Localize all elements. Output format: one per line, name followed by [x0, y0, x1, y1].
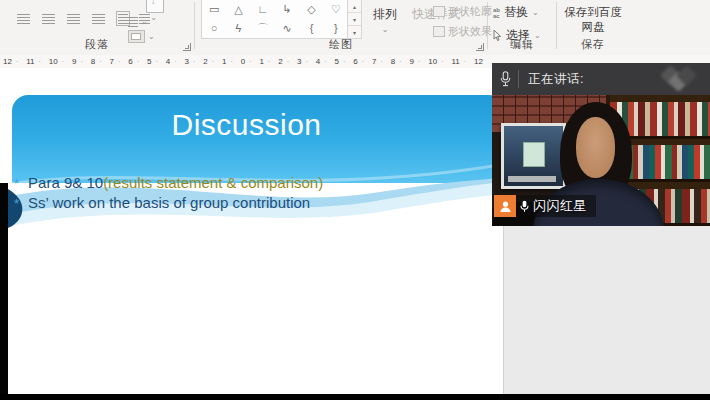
- gallery-scroll-down-button[interactable]: ▾: [348, 12, 361, 25]
- bullet-asterisk-icon: *: [14, 176, 19, 191]
- chevron-down-icon: ⌄: [532, 8, 539, 17]
- shape-item[interactable]: ϟ: [226, 19, 250, 38]
- meeting-app-watermark-logo: [663, 68, 694, 89]
- ribbon-empty-space: [629, 0, 710, 55]
- speaking-header: 正在讲话:: [492, 63, 710, 95]
- save-group-label: 保存: [557, 37, 629, 52]
- ruler-number: 7: [372, 57, 383, 66]
- ruler-number: 10: [428, 57, 443, 66]
- ruler-number: 4: [316, 57, 327, 66]
- participant-badge: [494, 195, 516, 217]
- ruler-number: 5: [335, 57, 346, 66]
- shape-item[interactable]: ↳: [275, 0, 299, 19]
- shape-item[interactable]: ♡: [324, 0, 348, 19]
- shape-item[interactable]: ○: [202, 19, 226, 38]
- ruler-number: 5: [147, 57, 158, 66]
- save-to-baidu-button[interactable]: 保存到百度网盘: [564, 5, 622, 35]
- bullet-highlight-text: (results statement & comparison): [103, 174, 323, 191]
- ribbon-group-save: 保存到百度网盘 保存: [557, 0, 629, 55]
- bullet-text: Para 9& 10: [28, 174, 103, 191]
- microphone-icon: [520, 200, 529, 213]
- picture-frame: [501, 123, 566, 189]
- ruler-number: 11: [451, 57, 466, 66]
- shape-outline-icon: [433, 6, 445, 17]
- shape-item[interactable]: ∟: [251, 0, 275, 19]
- slide-title[interactable]: Discussion: [0, 108, 493, 142]
- shape-item[interactable]: }: [324, 19, 348, 38]
- shape-item[interactable]: ⌒: [251, 19, 275, 38]
- ruler-number: 2: [203, 57, 214, 66]
- ruler-number: 9: [72, 57, 83, 66]
- shape-effects-icon: [433, 26, 445, 37]
- editing-group-label: 编辑: [488, 37, 556, 52]
- slide-bullet-item[interactable]: * Para 9& 10 (results statement & compar…: [14, 174, 323, 191]
- replace-button[interactable]: abac 替换 ⌄: [493, 4, 541, 21]
- align-center-button[interactable]: [39, 9, 57, 27]
- ruler-number: 8: [91, 57, 102, 66]
- paragraph-group-label: 段落: [0, 37, 194, 52]
- header-separator: [518, 70, 519, 88]
- shapes-gallery[interactable]: ▭△∟↳◇♡○ϟ⌒∿{}: [201, 0, 349, 39]
- shape-item[interactable]: ▭: [202, 0, 226, 19]
- participant-name: 闪闪红星: [533, 197, 587, 215]
- align-left-button[interactable]: [14, 9, 32, 27]
- participant-video[interactable]: 闪闪红星: [492, 95, 710, 226]
- shape-item[interactable]: ∿: [275, 19, 299, 38]
- ruler-number: 3: [185, 57, 196, 66]
- chevron-down-icon: ⌄: [141, 18, 148, 26]
- bullet-asterisk-icon: *: [14, 196, 19, 211]
- gallery-scroll-buttons: ▴ ▾ ▾: [347, 0, 362, 39]
- ruler-number: 6: [353, 57, 364, 66]
- shape-item[interactable]: ◇: [299, 0, 323, 19]
- shape-outline-button[interactable]: 形状轮廓: [433, 4, 489, 19]
- video-call-panel: 正在讲话: 闪闪红星: [492, 63, 710, 226]
- justify-button[interactable]: [89, 9, 107, 27]
- align-text-button[interactable]: ⌄: [128, 16, 148, 27]
- left-black-border: [0, 183, 8, 394]
- ruler-number: 12: [3, 57, 18, 66]
- ruler-number: 9: [410, 57, 421, 66]
- ruler-number: 6: [128, 57, 139, 66]
- ruler-number: 11: [26, 57, 41, 66]
- slide-bullet-list[interactable]: * Para 9& 10 (results statement & compar…: [14, 174, 323, 211]
- ruler-number: 1: [260, 57, 271, 66]
- align-right-button[interactable]: [64, 9, 82, 27]
- ruler-number: 4: [166, 57, 177, 66]
- participant-nametag: 闪闪红星: [494, 195, 596, 217]
- gallery-scroll-up-button[interactable]: ▴: [348, 0, 361, 12]
- ribbon-group-editing: abac 替换 ⌄ 选择 ⌄ 编辑: [488, 0, 556, 55]
- ribbon-toolbar: ⌄ ⌄ ⌄ 段落 ▭△∟↳◇♡○ϟ⌒∿{} ▴ ▾ ▾ 排列 ⌄ 快速样式 ⌄ …: [0, 0, 710, 56]
- ruler-number: 0: [241, 57, 252, 66]
- ribbon-group-drawing: ▭△∟↳◇♡○ϟ⌒∿{} ▴ ▾ ▾ 排列 ⌄ 快速样式 ⌄ 形状轮廓 形状效果…: [195, 0, 487, 55]
- ruler-number: 10: [49, 57, 64, 66]
- dialog-launcher-icon[interactable]: [476, 43, 484, 51]
- arrange-button[interactable]: 排列 ⌄: [365, 6, 405, 36]
- ruler-number: 7: [110, 57, 121, 66]
- ruler-number: 1: [222, 57, 233, 66]
- slide-canvas[interactable]: Discussion * Para 9& 10 (results stateme…: [0, 68, 505, 394]
- chevron-down-icon: ⌄: [365, 25, 405, 36]
- align-text-icon: [128, 16, 138, 27]
- ruler-numbers: 1211109876543210123456789101112: [0, 55, 486, 68]
- bottom-black-border: [0, 394, 710, 400]
- shape-item[interactable]: △: [226, 0, 250, 19]
- participant-face: [576, 117, 615, 177]
- ruler-number: 3: [297, 57, 308, 66]
- slide-bullet-item[interactable]: * Ss’ work on the basis of group contrib…: [14, 194, 323, 211]
- replace-icon: abac: [493, 7, 500, 19]
- speaking-label: 正在讲话:: [528, 71, 584, 88]
- ruler-number: 8: [391, 57, 402, 66]
- dialog-launcher-icon[interactable]: [183, 43, 191, 51]
- ribbon-group-paragraph: ⌄ ⌄ ⌄ 段落: [0, 0, 194, 55]
- ruler-number: 12: [474, 57, 483, 66]
- shape-item[interactable]: {: [299, 19, 323, 38]
- drawing-group-label: 绘图: [195, 37, 487, 52]
- bullet-text: Ss’ work on the basis of group contribut…: [28, 194, 310, 211]
- microphone-icon: [500, 71, 511, 87]
- shape-format-buttons: 形状轮廓 形状效果: [433, 4, 489, 39]
- text-direction-button[interactable]: [146, 0, 164, 13]
- ruler-number: 2: [278, 57, 289, 66]
- person-icon: [499, 200, 512, 213]
